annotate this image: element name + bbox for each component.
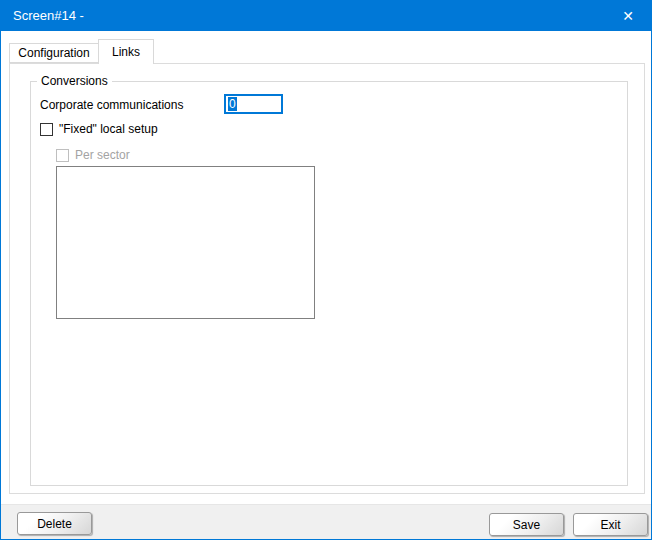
tab-configuration-label: Configuration bbox=[18, 46, 89, 60]
close-icon: ✕ bbox=[622, 8, 634, 24]
per-sector-label: Per sector bbox=[75, 148, 130, 162]
tab-links[interactable]: Links bbox=[98, 39, 154, 64]
tab-configuration[interactable]: Configuration bbox=[9, 43, 99, 63]
dialog-window: Screen#14 - ✕ Configuration Links Conver… bbox=[0, 0, 652, 540]
delete-button[interactable]: Delete bbox=[17, 512, 92, 535]
save-button-label: Save bbox=[513, 518, 540, 532]
checkbox-icon bbox=[40, 123, 53, 136]
conversions-groupbox: Conversions Corporate communications 0 "… bbox=[30, 81, 628, 486]
footer-button-bar: Delete Save Exit bbox=[1, 504, 651, 540]
per-sector-checkbox: Per sector bbox=[56, 148, 130, 162]
input-selected-text: 0 bbox=[228, 97, 237, 111]
corporate-communications-label: Corporate communications bbox=[40, 98, 183, 112]
close-button[interactable]: ✕ bbox=[605, 1, 651, 31]
fixed-local-setup-label: "Fixed" local setup bbox=[59, 122, 158, 136]
exit-button-label: Exit bbox=[600, 518, 620, 532]
delete-button-label: Delete bbox=[37, 517, 72, 531]
fixed-local-setup-checkbox[interactable]: "Fixed" local setup bbox=[40, 122, 158, 136]
window-title: Screen#14 - bbox=[13, 8, 84, 23]
corporate-communications-input[interactable]: 0 bbox=[224, 94, 283, 114]
save-button[interactable]: Save bbox=[489, 513, 564, 536]
title-bar: Screen#14 - ✕ bbox=[1, 1, 651, 31]
groupbox-title: Conversions bbox=[37, 74, 112, 88]
checkbox-icon bbox=[56, 149, 69, 162]
sector-listbox[interactable] bbox=[56, 166, 315, 319]
exit-button[interactable]: Exit bbox=[573, 513, 648, 536]
tab-page-links: Conversions Corporate communications 0 "… bbox=[9, 63, 645, 494]
tab-links-label: Links bbox=[112, 45, 140, 59]
